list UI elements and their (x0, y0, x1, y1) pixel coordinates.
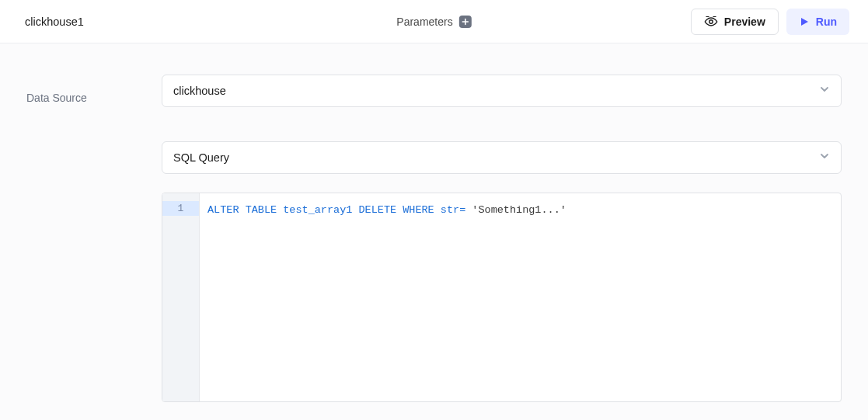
page-title: clickhouse1 (25, 16, 84, 28)
sql-token: str (441, 204, 459, 216)
eye-icon (704, 16, 718, 27)
data-source-value: clickhouse (173, 85, 226, 97)
data-source-label: Data Source (26, 75, 120, 402)
parameters-label: Parameters (396, 16, 452, 28)
action-buttons: Preview Run (691, 9, 849, 35)
query-type-value: SQL Query (173, 151, 229, 164)
svg-point-0 (709, 19, 713, 23)
chevron-down-icon (819, 151, 830, 165)
sql-token: 'Something1...' (472, 204, 566, 216)
main-column: clickhouse SQL Query 1 ALTER TABLE test_… (162, 75, 842, 402)
preview-button-label: Preview (724, 16, 765, 28)
sql-token: test_array1 (283, 204, 352, 216)
play-icon (799, 16, 810, 27)
sql-token: = (459, 204, 465, 216)
plus-icon (462, 18, 469, 26)
query-type-select[interactable]: SQL Query (162, 141, 842, 174)
sql-token: TABLE (246, 204, 277, 216)
sql-token: ALTER (207, 204, 239, 216)
run-button[interactable]: Run (786, 9, 849, 35)
run-button-label: Run (816, 16, 837, 28)
sql-editor[interactable]: 1 ALTER TABLE test_array1 DELETE WHERE s… (162, 193, 842, 402)
line-number: 1 (162, 201, 199, 216)
query-section: SQL Query 1 ALTER TABLE test_array1 DELE… (162, 141, 842, 402)
chevron-down-icon (819, 84, 830, 98)
editor-gutter: 1 (162, 193, 200, 401)
data-source-select[interactable]: clickhouse (162, 75, 842, 107)
sql-token: WHERE (403, 204, 434, 216)
topbar: clickhouse1 Parameters Preview Run (0, 0, 868, 43)
content: Data Source clickhouse SQL Query 1 ALTER… (0, 43, 868, 420)
add-parameter-button[interactable] (459, 16, 472, 28)
preview-button[interactable]: Preview (691, 9, 779, 35)
editor-code-area[interactable]: ALTER TABLE test_array1 DELETE WHERE str… (200, 193, 841, 401)
parameters-group: Parameters (396, 16, 471, 28)
sql-token: DELETE (358, 204, 396, 216)
